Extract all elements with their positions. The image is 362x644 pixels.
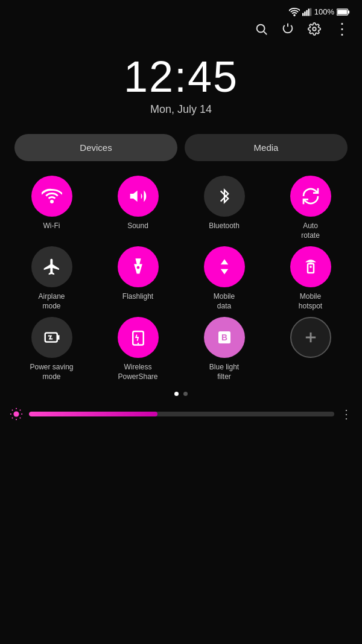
clock-time: 12:45	[0, 55, 362, 98]
page-dot-2	[183, 392, 188, 396]
powersaving-label: Power savingmode	[30, 363, 73, 381]
settings-icon[interactable]	[308, 22, 321, 36]
svg-rect-13	[308, 264, 314, 273]
addtile-label: +	[308, 363, 313, 372]
addtile-icon-circle	[290, 317, 331, 358]
brightness-more-icon[interactable]: ⋮	[340, 407, 352, 421]
page-dot-1	[174, 392, 179, 396]
toggle-bluelightfilter[interactable]: B Blue lightfilter	[182, 317, 266, 381]
sound-toggle-icon	[129, 187, 148, 206]
powersaving-icon-circle	[31, 317, 72, 358]
mobilehotspot-icon-circle	[290, 246, 331, 287]
tab-row: Devices Media	[0, 134, 362, 161]
svg-rect-6	[348, 10, 350, 13]
toggle-powershare[interactable]: WirelessPowerShare	[96, 317, 180, 381]
toggle-autorotate[interactable]: Autorotate	[268, 176, 352, 240]
svg-line-25	[12, 409, 13, 410]
flashlight-icon-circle	[118, 246, 159, 287]
bluelightfilter-toggle-icon: B	[215, 328, 233, 346]
top-actions: ⋮	[0, 19, 362, 43]
sound-label: Sound	[127, 222, 148, 231]
search-icon[interactable]	[255, 22, 268, 36]
tab-media[interactable]: Media	[185, 134, 348, 161]
svg-point-14	[310, 266, 312, 268]
svg-point-10	[313, 27, 316, 31]
more-icon[interactable]: ⋮	[334, 24, 350, 34]
toggle-wifi[interactable]: Wi-Fi	[10, 176, 94, 240]
svg-text:B: B	[221, 333, 227, 342]
svg-marker-11	[130, 191, 137, 202]
svg-line-30	[20, 409, 21, 410]
svg-rect-3	[308, 8, 309, 16]
toggle-mobilehotspot[interactable]: Mobilehotspot	[268, 246, 352, 311]
svg-point-8	[257, 25, 265, 33]
powershare-toggle-icon	[129, 328, 147, 346]
powershare-icon-circle	[118, 317, 159, 358]
powershare-label: WirelessPowerShare	[118, 363, 157, 381]
toggle-sound[interactable]: Sound	[96, 176, 180, 240]
signal-icon	[302, 8, 312, 16]
status-bar: 100%	[0, 0, 362, 19]
page-dots	[0, 392, 362, 396]
battery-icon	[337, 8, 350, 16]
airplane-label: Airplanemode	[38, 292, 65, 311]
brightness-icon	[10, 407, 23, 421]
autorotate-icon-circle	[290, 176, 331, 217]
mobiledata-label: Mobiledata	[214, 292, 235, 311]
toggle-flashlight[interactable]: Flashlight	[96, 246, 180, 311]
tab-devices[interactable]: Devices	[14, 134, 177, 161]
svg-point-22	[13, 411, 19, 416]
wifi-icon-circle	[31, 176, 72, 217]
add-toggle-icon	[302, 329, 319, 346]
bluelightfilter-icon-circle: B	[204, 317, 245, 358]
toggle-airplane[interactable]: Airplanemode	[10, 246, 94, 311]
svg-point-12	[136, 266, 139, 269]
powersaving-toggle-icon	[43, 328, 61, 346]
svg-rect-15	[45, 333, 57, 342]
svg-line-9	[264, 31, 267, 34]
svg-rect-4	[310, 8, 311, 16]
autorotate-toggle-icon	[301, 187, 320, 206]
wifi-label: Wi-Fi	[43, 222, 60, 231]
clock-date: Mon, July 14	[0, 103, 362, 116]
wifi-toggle-icon	[42, 188, 62, 205]
svg-rect-0	[302, 13, 303, 16]
bluelightfilter-label: Blue lightfilter	[209, 363, 239, 381]
brightness-bar-fill	[29, 412, 157, 416]
toggle-addtile[interactable]: +	[268, 317, 352, 381]
svg-rect-1	[304, 11, 305, 16]
flashlight-toggle-icon	[130, 257, 147, 276]
brightness-bar-bg[interactable]	[29, 412, 334, 416]
bluetooth-toggle-icon	[216, 187, 233, 206]
toggles-grid: Wi-Fi Sound Bluetooth A	[0, 176, 362, 382]
flashlight-label: Flashlight	[122, 292, 153, 302]
brightness-row: ⋮	[0, 407, 362, 421]
bluetooth-icon-circle	[204, 176, 245, 217]
toggle-bluetooth[interactable]: Bluetooth	[182, 176, 266, 240]
mobiledata-toggle-icon	[215, 257, 233, 276]
clock-section: 12:45 Mon, July 14	[0, 43, 362, 134]
wifi-status-icon	[289, 8, 300, 16]
svg-rect-7	[337, 10, 347, 14]
bluetooth-label: Bluetooth	[209, 222, 240, 231]
svg-line-26	[20, 417, 21, 418]
status-icons: 100%	[289, 7, 350, 16]
svg-point-17	[137, 343, 139, 345]
sound-icon-circle	[118, 176, 159, 217]
battery-text: 100%	[314, 7, 334, 16]
toggle-powersaving[interactable]: Power savingmode	[10, 317, 94, 381]
airplane-icon-circle	[31, 246, 72, 287]
autorotate-label: Autorotate	[301, 222, 320, 240]
mobilehotspot-label: Mobilehotspot	[299, 292, 322, 311]
svg-line-29	[12, 417, 13, 418]
svg-rect-2	[306, 10, 307, 16]
power-icon[interactable]	[281, 22, 294, 36]
mobiledata-icon-circle	[204, 246, 245, 287]
mobilehotspot-toggle-icon	[302, 258, 320, 276]
airplane-toggle-icon	[42, 257, 62, 276]
toggle-mobiledata[interactable]: Mobiledata	[182, 246, 266, 311]
